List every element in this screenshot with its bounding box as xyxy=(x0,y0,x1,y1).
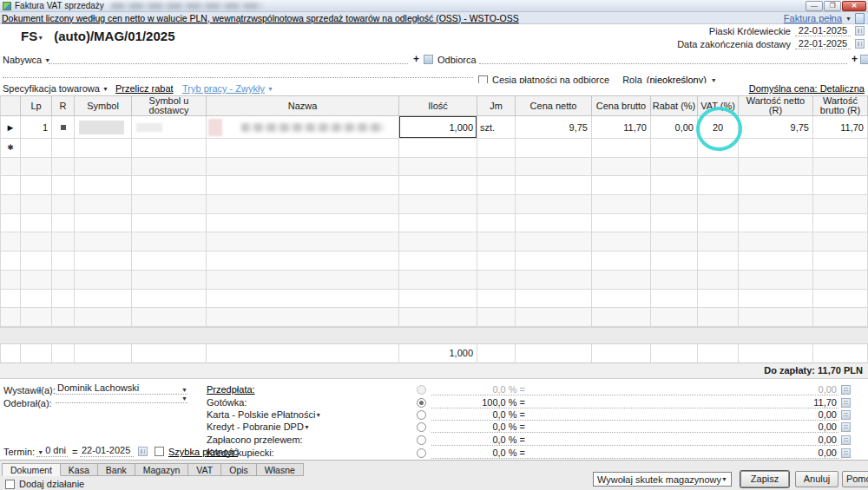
empty-row[interactable] xyxy=(0,214,868,233)
help-button[interactable]: Pomoc xyxy=(842,471,868,487)
restore-button[interactable]: ❐ xyxy=(824,1,841,11)
card-amount[interactable]: 0,00 xyxy=(819,409,838,420)
cell-discount[interactable]: 0,00 xyxy=(651,116,698,139)
empty-row[interactable] xyxy=(0,176,868,195)
credit-radio[interactable] xyxy=(417,448,426,458)
term-label[interactable]: Termin: xyxy=(3,447,35,457)
add-receiver-button[interactable]: + xyxy=(852,53,858,65)
cell-supplier-symbol[interactable] xyxy=(132,116,207,139)
cell-symbol[interactable] xyxy=(75,116,132,139)
add-buyer-button[interactable]: + xyxy=(413,53,419,65)
cell-net-value[interactable]: 9,75 xyxy=(739,116,813,139)
cell-qty[interactable]: 1,000 xyxy=(399,116,477,139)
term-date-field[interactable]: 22-01-2025 xyxy=(80,445,134,457)
cancel-button[interactable]: Anuluj xyxy=(795,471,838,487)
calculator-icon[interactable] xyxy=(841,385,851,395)
minimize-button[interactable]: — xyxy=(806,1,823,11)
term-days-value: 0 dni xyxy=(36,445,68,456)
tab-bank[interactable]: Bank xyxy=(98,463,135,476)
tab-vat[interactable]: VAT xyxy=(188,463,221,476)
card-dropdown-icon[interactable]: ▼ xyxy=(315,412,321,418)
card-radio[interactable] xyxy=(417,410,426,420)
calculator-icon[interactable] xyxy=(841,435,851,445)
contacts-icon[interactable] xyxy=(860,55,868,64)
issued-by-dropdown-icon[interactable]: ▼ xyxy=(181,387,187,394)
warehouse-effect-select[interactable]: Wywołaj skutek magazynowy ▼ xyxy=(593,472,732,487)
save-button[interactable]: Zapisz xyxy=(740,471,789,487)
empty-row[interactable] xyxy=(0,290,868,309)
empty-row[interactable] xyxy=(0,271,868,290)
specification-dropdown-icon[interactable]: ▼ xyxy=(102,86,108,92)
header-qty: Ilość xyxy=(399,95,477,116)
calculator-icon[interactable] xyxy=(841,398,851,408)
calculator-icon[interactable] xyxy=(841,422,851,432)
buyer-field[interactable] xyxy=(49,54,408,64)
total-due-bar: Do zapłaty: 11,70 PLN xyxy=(0,363,868,379)
transfer-radio[interactable] xyxy=(417,435,426,445)
empty-row[interactable] xyxy=(0,158,868,177)
doc-type-dropdown-icon[interactable]: ▼ xyxy=(37,35,43,41)
buyer-address-field[interactable] xyxy=(3,68,473,78)
issue-date-field[interactable]: 22-01-2025 xyxy=(795,25,851,36)
cell-name[interactable] xyxy=(207,116,399,139)
calendar-icon[interactable] xyxy=(855,26,865,36)
work-mode-dropdown-icon[interactable]: ▼ xyxy=(267,86,273,92)
prepayment-percent[interactable]: 0,0 % = xyxy=(431,384,525,395)
cash-radio[interactable] xyxy=(417,398,426,408)
document-icon[interactable] xyxy=(855,13,865,24)
tab-opis[interactable]: Opis xyxy=(221,463,257,476)
buyer-label[interactable]: Nabywca xyxy=(3,55,42,65)
cod-dropdown-icon[interactable]: ▼ xyxy=(304,424,310,430)
tab-magazyn[interactable]: Magazyn xyxy=(135,463,189,476)
cash-amount[interactable]: 11,70 xyxy=(813,397,838,408)
work-mode-link[interactable]: Tryb pracy - Zwykły xyxy=(182,83,265,94)
contacts-icon[interactable] xyxy=(424,55,433,64)
empty-row[interactable] xyxy=(0,195,868,214)
specification-menu[interactable]: Specyfikacja towarowa xyxy=(3,83,100,94)
credit-amount[interactable]: 0,00 xyxy=(819,448,838,458)
calendar-icon[interactable] xyxy=(138,447,148,456)
term-days-field[interactable]: 0 dni xyxy=(36,445,68,457)
transfer-amount[interactable]: 0,00 xyxy=(819,434,838,445)
received-by-dropdown-icon[interactable]: ▼ xyxy=(181,395,187,402)
receiver-field[interactable] xyxy=(479,54,847,64)
document-mode-link[interactable]: Dokument liczony według cen netto w walu… xyxy=(2,13,519,23)
default-price-link[interactable]: Domyślna cena: Detaliczna xyxy=(749,83,865,94)
delivery-end-date-field[interactable]: 22-01-2025 xyxy=(795,38,851,49)
calculator-icon[interactable] xyxy=(841,410,851,420)
cash-percent[interactable]: 100,0 % = xyxy=(431,397,525,408)
cod-percent[interactable]: 0,0 % = xyxy=(431,421,525,432)
prepayment-amount[interactable]: 0,00 xyxy=(819,384,838,395)
tab-wlasne[interactable]: Własne xyxy=(257,463,304,476)
chevron-down-icon[interactable]: ▼ xyxy=(845,16,852,22)
cell-net-price[interactable]: 9,75 xyxy=(516,116,592,139)
transfer-percent[interactable]: 0,0 % = xyxy=(431,434,525,445)
empty-row[interactable] xyxy=(0,252,868,271)
cell-gross-price[interactable]: 11,70 xyxy=(592,116,651,139)
prepayment-link[interactable]: Przedpłata: xyxy=(207,384,417,395)
role-dropdown-icon[interactable]: ▼ xyxy=(711,77,717,83)
cell-gross-value[interactable]: 11,70 xyxy=(813,116,868,139)
calculator-icon[interactable] xyxy=(841,448,851,458)
tab-kasa[interactable]: Kasa xyxy=(61,463,98,476)
empty-row[interactable] xyxy=(0,308,868,327)
recalc-discount-link[interactable]: Przelicz rabat xyxy=(115,83,174,94)
cell-unit[interactable]: szt. xyxy=(477,116,516,139)
fast-payment-checkbox[interactable] xyxy=(155,447,164,456)
close-button[interactable]: ✕ xyxy=(842,1,866,11)
credit-percent[interactable]: 0,0 % = xyxy=(431,448,525,458)
cell-reservation[interactable] xyxy=(52,116,75,139)
card-percent[interactable]: 0,0 % = xyxy=(431,409,525,420)
cell-lp[interactable]: 1 xyxy=(21,116,52,139)
add-action-checkbox[interactable] xyxy=(5,480,15,489)
calendar-icon[interactable] xyxy=(855,39,865,49)
received-by-combo[interactable]: ▼ xyxy=(56,395,187,403)
prepayment-radio[interactable] xyxy=(417,385,426,395)
payment-row-cash: Gotówka: 100,0 % = 11,70 xyxy=(207,396,851,408)
tab-dokument[interactable]: Dokument xyxy=(2,463,61,476)
issued-by-combo[interactable]: Dominik Lachowski ▼ xyxy=(56,382,187,395)
cod-amount[interactable]: 0,00 xyxy=(819,421,838,432)
cod-radio[interactable] xyxy=(417,422,426,432)
full-invoice-link[interactable]: Faktura pełna xyxy=(784,13,842,23)
empty-row[interactable] xyxy=(0,232,868,252)
